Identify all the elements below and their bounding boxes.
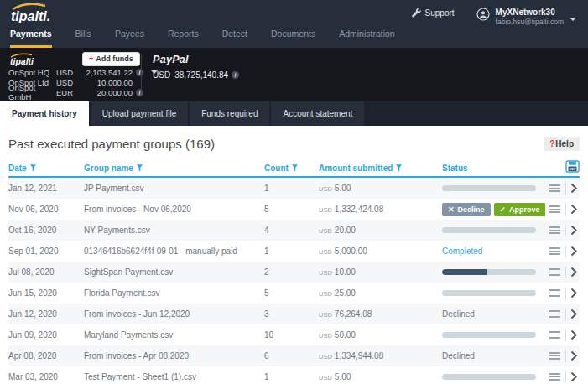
column-header-count[interactable]: Count: [264, 163, 319, 173]
account-row-onspot-hq: OnSpot HQUSD2,103,541.22i: [8, 67, 158, 77]
menu-icon[interactable]: [549, 205, 560, 213]
chevron-right-icon: [571, 288, 577, 298]
cell-date: Sep 01, 2020: [8, 246, 84, 256]
user-avatar-icon: [476, 8, 490, 21]
chevron-right-icon[interactable]: [571, 226, 577, 235]
chevron-right-icon[interactable]: [571, 267, 577, 277]
progress-bar: [442, 332, 536, 338]
chevron-right-icon[interactable]: [571, 351, 577, 361]
menu-icon[interactable]: [549, 310, 560, 318]
tab-account-statement[interactable]: Account statement: [271, 101, 364, 126]
filter-icon[interactable]: [396, 164, 402, 172]
chevron-right-icon[interactable]: [571, 184, 577, 193]
tab-payment-history[interactable]: Payment history: [0, 101, 89, 126]
user-email: fabio.hsu@tipalti.com: [496, 18, 564, 26]
chevron-right-icon[interactable]: [571, 288, 577, 298]
chevron-right-icon[interactable]: [571, 309, 577, 319]
help-label: Help: [555, 139, 574, 148]
menu-icon[interactable]: [549, 331, 560, 339]
approve-button[interactable]: ✓Approve: [494, 203, 545, 216]
decline-button[interactable]: ✕Decline: [442, 203, 491, 216]
cell-amount: USD5.00: [319, 184, 442, 193]
cell-status: [442, 374, 545, 380]
currency-prefix: USD: [319, 374, 332, 381]
chevron-right-icon[interactable]: [571, 246, 577, 256]
chevron-right-icon: [571, 184, 577, 193]
cell-amount: USD5.00: [319, 372, 442, 381]
info-icon[interactable]: i: [136, 69, 143, 76]
x-icon: ✕: [448, 205, 455, 214]
cell-group-name: Florida Payment.csv: [84, 288, 264, 298]
progress-bar: [442, 185, 536, 191]
add-funds-button[interactable]: +Add funds: [82, 52, 140, 66]
nav-item-bills[interactable]: Bills: [75, 29, 91, 48]
column-label: Group name: [84, 163, 133, 173]
nav-item-documents[interactable]: Documents: [271, 29, 315, 48]
menu-icon[interactable]: [549, 373, 560, 381]
nav-item-reports[interactable]: Reports: [168, 29, 199, 48]
account-name: OnSpot HQ: [8, 68, 56, 77]
menu-icon[interactable]: [549, 247, 560, 255]
column-header-group-name[interactable]: Group name: [84, 163, 264, 173]
chevron-right-icon: [571, 309, 577, 319]
currency-prefix: USD: [319, 290, 332, 298]
account-row-onspot-gmbh: OnSpot GmbHEUR20,000.00i: [8, 87, 158, 97]
nav-item-administration[interactable]: Administration: [339, 29, 395, 48]
currency-prefix: USD: [319, 311, 332, 319]
row-controls: [545, 246, 580, 257]
cell-count: 5: [264, 288, 319, 298]
cell-status: Declined: [442, 351, 545, 361]
column-label: Amount submitted: [319, 163, 393, 173]
cell-status: Declined: [442, 309, 545, 319]
controls-divider: [565, 288, 566, 299]
cell-amount: USD50.00: [319, 330, 442, 340]
amount-value: 1,332,424.08: [335, 205, 383, 214]
menu-icon[interactable]: [549, 289, 560, 297]
export-icon[interactable]: CSV: [565, 160, 580, 173]
help-button[interactable]: ?Help: [544, 137, 580, 151]
tab-upload-payment-file[interactable]: Upload payment file: [91, 101, 188, 126]
main-nav: PaymentsBillsPayeesReportsDetectDocument…: [10, 29, 395, 48]
cell-date: Jul 08, 2020: [8, 267, 84, 277]
info-icon[interactable]: i: [136, 89, 143, 96]
page-title: Past executed payment groups (169): [8, 137, 215, 151]
nav-item-payees[interactable]: Payees: [115, 29, 144, 48]
tab-funds-required[interactable]: Funds required: [190, 101, 269, 126]
cell-status: [442, 227, 545, 233]
cell-amount: USD1,334,944.08: [319, 351, 442, 361]
progress-bar-fill: [442, 269, 487, 275]
cell-date: Jun 12, 2020: [8, 309, 84, 319]
filter-icon[interactable]: [137, 164, 143, 172]
user-menu[interactable]: MyXNetwork30 fabio.hsu@tipalti.com: [476, 8, 576, 26]
column-header-amount-submitted[interactable]: Amount submitted: [319, 163, 442, 173]
chevron-right-icon[interactable]: [571, 372, 577, 381]
status-link[interactable]: Completed: [442, 246, 482, 256]
chevron-right-icon[interactable]: [571, 205, 577, 214]
menu-icon[interactable]: [549, 184, 560, 192]
support-button[interactable]: Support: [411, 8, 455, 18]
menu-icon[interactable]: [549, 352, 560, 360]
menu-icon[interactable]: [549, 226, 560, 234]
controls-divider: [565, 183, 566, 195]
table-row: Jun 15, 2020Florida Payment.csv5USD25.00: [8, 283, 580, 304]
nav-item-payments[interactable]: Payments: [10, 29, 52, 48]
cell-amount: USD25.00: [319, 288, 442, 298]
amount-value: 1,334,944.08: [335, 351, 383, 361]
column-header-date[interactable]: Date: [8, 163, 84, 173]
column-label: Count: [264, 163, 289, 173]
menu-icon[interactable]: [549, 268, 560, 276]
chevron-right-icon: [571, 246, 577, 256]
chevron-right-icon: [571, 205, 577, 214]
chevron-right-icon[interactable]: [571, 330, 577, 340]
filter-icon[interactable]: [292, 164, 298, 172]
cell-amount: USD20.00: [319, 226, 442, 235]
chevron-right-icon: [571, 351, 577, 361]
chevron-right-icon: [571, 372, 577, 381]
status-label: Declined: [442, 309, 475, 319]
tipalti-logo[interactable]: tipalti.: [8, 3, 67, 28]
cell-group-name: SightSpan Payment.csv: [84, 267, 264, 277]
info-icon[interactable]: i: [232, 71, 239, 79]
filter-icon[interactable]: [30, 164, 36, 172]
row-controls: [545, 288, 580, 299]
nav-item-detect[interactable]: Detect: [222, 29, 247, 48]
